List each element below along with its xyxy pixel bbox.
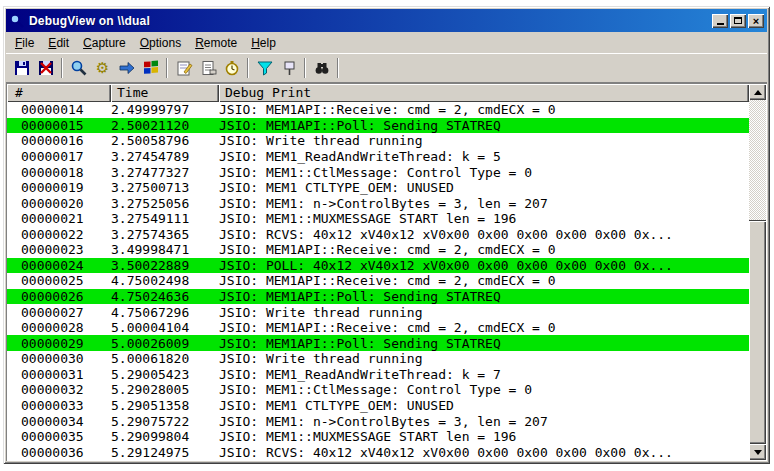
document-button[interactable] (196, 57, 219, 79)
floppy-log-icon (37, 59, 55, 77)
log-row-seq: 00000026 (7, 289, 111, 304)
highlight-marker-icon (280, 59, 298, 77)
maximize-button[interactable] (730, 14, 746, 28)
gear-button[interactable]: ⚙ (91, 57, 114, 79)
log-row-time: 3.27525056 (111, 196, 219, 211)
scroll-up-button[interactable] (749, 84, 766, 100)
column-header-debug-print[interactable]: Debug Print (219, 84, 749, 102)
highlight-marker-button[interactable] (277, 57, 300, 79)
log-row-time: 3.27574365 (111, 227, 219, 242)
log-row-seq: 00000022 (7, 227, 111, 242)
log-row[interactable]: 00000024 3.50022889 JSIO: POLL: 40x12 xV… (7, 258, 749, 274)
minimize-button[interactable] (712, 14, 728, 28)
menu-item[interactable]: Options (133, 34, 188, 52)
log-row-message: JSIO: MEM1API::Receive: cmd = 2, cmdECX … (219, 242, 749, 257)
minimize-icon (717, 23, 724, 25)
log-row[interactable]: 00000016 2.50058796 JSIO: Write thread r… (7, 133, 749, 149)
log-row-time: 5.29075722 (111, 414, 219, 429)
filter-funnel-button[interactable] (253, 57, 276, 79)
log-row-seq: 00000032 (7, 382, 111, 397)
log-row-time: 2.50058796 (111, 133, 219, 148)
log-row[interactable]: 00000017 3.27454789 JSIO: MEM1_ReadAndWr… (7, 149, 749, 165)
log-row-message: JSIO: Write thread running (219, 305, 749, 320)
menu-item[interactable]: File (8, 34, 41, 52)
log-row-time: 4.75067296 (111, 305, 219, 320)
stopwatch-button[interactable] (220, 57, 243, 79)
log-row-seq: 00000027 (7, 305, 111, 320)
log-row[interactable]: 00000030 5.00061820 JSIO: Write thread r… (7, 351, 749, 367)
clipboard-pencil-button[interactable] (172, 57, 195, 79)
log-row-seq: 00000018 (7, 165, 111, 180)
log-row-time: 5.00061820 (111, 351, 219, 366)
log-row-seq: 00000023 (7, 242, 111, 257)
windows-logo-button[interactable] (139, 57, 162, 79)
log-row-message: JSIO: MEM1::MUXMESSAGE START len = 196 (219, 429, 749, 444)
log-row-message: JSIO: MEM1::CtlMessage: Control Type = 0 (219, 382, 749, 397)
scroll-down-button[interactable] (749, 444, 766, 460)
toolbar-separator (337, 58, 339, 78)
log-row[interactable]: 00000026 4.75024636 JSIO: MEM1API::Poll:… (7, 289, 749, 305)
log-row[interactable]: 00000028 5.00004104 JSIO: MEM1API::Recei… (7, 320, 749, 336)
log-row-message: JSIO: MEM1_ReadAndWriteThread: k = 5 (219, 149, 749, 164)
windows-logo-icon (142, 59, 160, 77)
column-header-time[interactable]: Time (111, 84, 219, 102)
log-row-seq: 00000021 (7, 211, 111, 226)
log-row-seq: 00000015 (7, 118, 111, 133)
arrow-up-icon (754, 90, 762, 95)
log-row[interactable]: 00000019 3.27500713 JSIO: MEM1 CTLTYPE_O… (7, 180, 749, 196)
log-row[interactable]: 00000022 3.27574365 JSIO: RCVS: 40x12 xV… (7, 227, 749, 243)
log-row[interactable]: 00000018 3.27477327 JSIO: MEM1::CtlMessa… (7, 164, 749, 180)
log-row-time: 5.29099804 (111, 429, 219, 444)
floppy-log-button[interactable] (34, 57, 57, 79)
magnifier-icon (9, 13, 25, 29)
log-row-time: 3.50022889 (111, 258, 219, 273)
menu-item[interactable]: Capture (76, 34, 133, 52)
menu-item[interactable]: Edit (41, 34, 76, 52)
log-row-seq: 00000034 (7, 414, 111, 429)
log-row[interactable]: 00000032 5.29028005 JSIO: MEM1::CtlMessa… (7, 382, 749, 398)
log-row-message: JSIO: MEM1: n->ControlBytes = 3, len = 2… (219, 196, 749, 211)
log-row[interactable]: 00000023 3.49998471 JSIO: MEM1API::Recei… (7, 242, 749, 258)
log-row[interactable]: 00000027 4.75067296 JSIO: Write thread r… (7, 304, 749, 320)
floppy-save-button[interactable] (10, 57, 33, 79)
column-header-seq[interactable]: # (7, 84, 111, 102)
binoculars-button[interactable] (310, 57, 333, 79)
stopwatch-icon (223, 59, 241, 77)
document-icon (199, 59, 217, 77)
log-row-seq: 00000019 (7, 180, 111, 195)
menu-item[interactable]: Remote (188, 34, 244, 52)
log-row[interactable]: 00000033 5.29051358 JSIO: MEM1 CTLTYPE_O… (7, 398, 749, 414)
log-row[interactable]: 00000020 3.27525056 JSIO: MEM1: n->Contr… (7, 195, 749, 211)
arrow-right-icon (118, 59, 136, 77)
log-row[interactable]: 00000015 2.50021120 JSIO: MEM1API::Poll:… (7, 118, 749, 134)
log-row-seq: 00000016 (7, 133, 111, 148)
toolbar-separator (304, 58, 306, 78)
vertical-scrollbar[interactable] (749, 84, 766, 460)
log-row-message: JSIO: MEM1::CtlMessage: Control Type = 0 (219, 165, 749, 180)
scrollbar-track[interactable] (749, 100, 766, 444)
log-row-seq: 00000033 (7, 398, 111, 413)
log-row-message: JSIO: MEM1API::Receive: cmd = 2, cmdECX … (219, 320, 749, 335)
log-row[interactable]: 00000036 5.29124975 JSIO: RCVS: 40x12 xV… (7, 444, 749, 460)
log-row[interactable]: 00000035 5.29099804 JSIO: MEM1::MUXMESSA… (7, 429, 749, 445)
log-row-message: JSIO: POLL: 40x12 xV40x12 xV0x00 0x00 0x… (219, 258, 749, 273)
list-header: # Time Debug Print (7, 84, 749, 102)
log-listview: # Time Debug Print 00000014 2.49999797 J… (6, 83, 767, 461)
magnifier-button[interactable] (67, 57, 90, 79)
log-row[interactable]: 00000031 5.29005423 JSIO: MEM1_ReadAndWr… (7, 367, 749, 383)
log-row[interactable]: 00000034 5.29075722 JSIO: MEM1: n->Contr… (7, 413, 749, 429)
arrow-right-button[interactable] (115, 57, 138, 79)
log-row[interactable]: 00000025 4.75002498 JSIO: MEM1API::Recei… (7, 273, 749, 289)
close-button[interactable]: × (748, 14, 764, 28)
log-row-time: 4.75002498 (111, 273, 219, 288)
log-row[interactable]: 00000029 5.00026009 JSIO: MEM1API::Poll:… (7, 335, 749, 351)
log-row-message: JSIO: MEM1API::Poll: Sending STATREQ (219, 118, 749, 133)
log-row-time: 2.50021120 (111, 118, 219, 133)
scrollbar-thumb[interactable] (749, 220, 766, 444)
log-row[interactable]: 00000021 3.27549111 JSIO: MEM1::MUXMESSA… (7, 211, 749, 227)
log-row[interactable]: 00000014 2.49999797 JSIO: MEM1API::Recei… (7, 102, 749, 118)
log-row-seq: 00000035 (7, 429, 111, 444)
menu-item[interactable]: Help (244, 34, 283, 52)
title-bar[interactable]: DebugView on \\dual × (6, 9, 767, 32)
log-row-message: JSIO: MEM1: n->ControlBytes = 3, len = 2… (219, 414, 749, 429)
